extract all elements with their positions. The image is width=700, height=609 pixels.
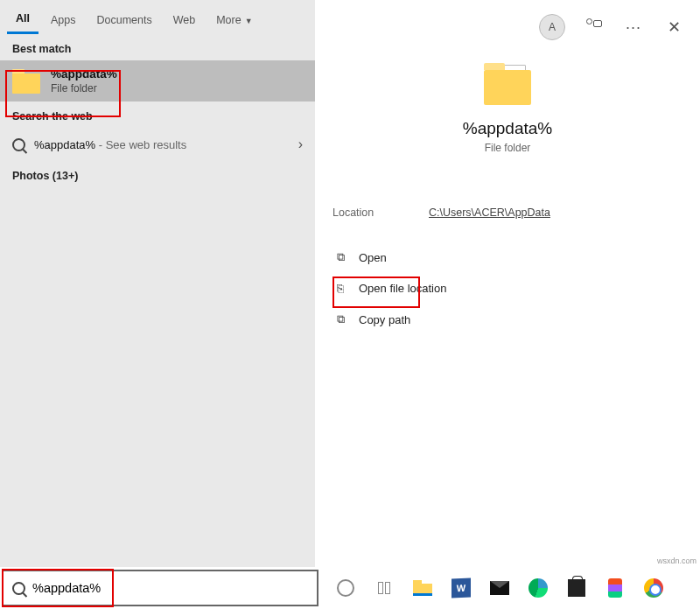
store-icon[interactable] <box>565 577 588 599</box>
tab-web[interactable]: Web <box>164 7 204 33</box>
section-best-match: Best match <box>0 34 315 60</box>
tab-all[interactable]: All <box>7 5 38 34</box>
web-query: %appdata% <box>34 138 95 151</box>
search-right-panel: A ··· ✕ %appdata% File folder Location C… <box>315 0 700 567</box>
feedback-icon <box>584 18 602 36</box>
search-icon <box>12 138 25 151</box>
search-left-panel: All Apps Documents Web More▼ Best match … <box>0 0 315 567</box>
search-input[interactable] <box>32 581 308 595</box>
feedback-button[interactable] <box>581 15 606 39</box>
taskbar-search-box[interactable] <box>2 570 318 606</box>
cortana-icon[interactable] <box>334 577 357 599</box>
web-hint: - See web results <box>95 138 186 151</box>
action-open[interactable]: ⧉ Open <box>322 242 693 273</box>
word-icon[interactable]: W <box>450 577 472 599</box>
task-view-icon[interactable] <box>373 577 396 599</box>
action-open-location[interactable]: ⎘ Open file location <box>322 273 693 304</box>
filter-tabs: All Apps Documents Web More▼ <box>0 0 315 34</box>
section-photos: Photos (13+) <box>0 161 315 187</box>
chrome-icon[interactable] <box>642 577 665 599</box>
tab-apps[interactable]: Apps <box>42 7 85 33</box>
file-explorer-icon[interactable] <box>411 577 434 599</box>
best-match-result[interactable]: %appdata% File folder <box>0 60 315 102</box>
result-title: %appdata% <box>51 67 117 80</box>
open-icon: ⧉ <box>332 250 348 264</box>
taskbar: W <box>0 567 700 609</box>
close-button[interactable]: ✕ <box>662 15 686 39</box>
preview-folder-icon <box>484 63 531 105</box>
location-label: Location <box>332 206 429 219</box>
tab-more[interactable]: More▼ <box>207 7 261 33</box>
caret-down-icon: ▼ <box>245 17 253 25</box>
action-open-location-label: Open file location <box>359 282 446 295</box>
folder-icon <box>12 69 40 94</box>
figma-icon[interactable] <box>604 577 626 599</box>
result-subtitle: File folder <box>51 82 117 94</box>
web-result[interactable]: %appdata% - See web results › <box>0 128 315 161</box>
search-icon <box>12 582 25 595</box>
section-search-web: Search the web <box>0 102 315 128</box>
action-copy-path-label: Copy path <box>359 313 410 326</box>
preview-subtitle: File folder <box>332 142 682 154</box>
chevron-right-icon: › <box>298 136 303 152</box>
tab-documents[interactable]: Documents <box>88 7 160 33</box>
location-path[interactable]: C:\Users\ACER\AppData <box>429 206 550 219</box>
user-avatar[interactable]: A <box>539 14 565 40</box>
action-copy-path[interactable]: ⧉ Copy path <box>322 304 693 335</box>
attribution-watermark: wsxdn.com <box>657 556 696 565</box>
open-location-icon: ⎘ <box>332 282 348 295</box>
preview-title: %appdata% <box>332 119 682 138</box>
copy-icon: ⧉ <box>332 312 348 326</box>
action-open-label: Open <box>359 251 387 264</box>
mail-icon[interactable] <box>488 577 511 599</box>
more-options-button[interactable]: ··· <box>621 15 646 39</box>
location-row: Location C:\Users\ACER\AppData <box>315 163 700 236</box>
edge-icon[interactable] <box>527 577 550 599</box>
